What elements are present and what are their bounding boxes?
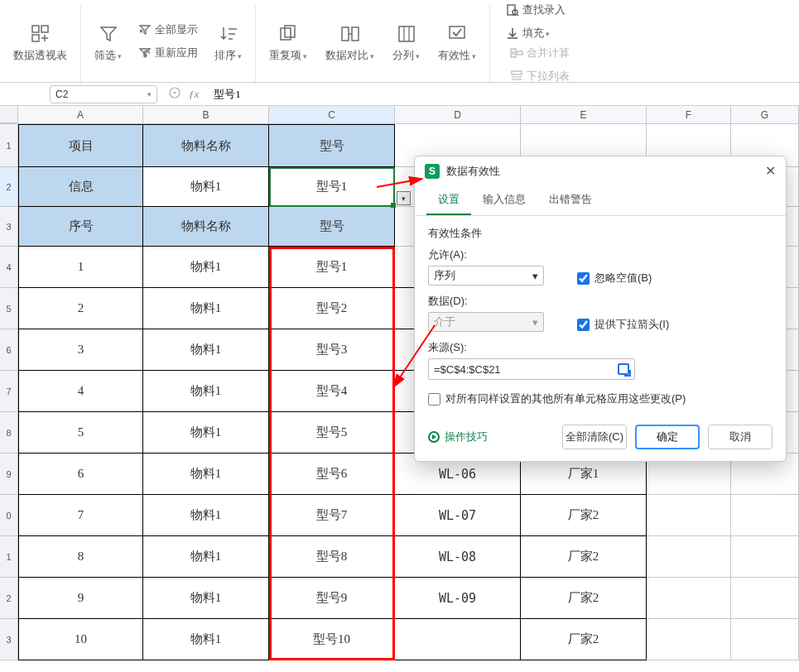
row-header-13[interactable]: 3 bbox=[0, 619, 18, 660]
btn-merge-calc[interactable]: 合并计算 bbox=[507, 43, 573, 63]
show-dropdown-input[interactable] bbox=[577, 319, 590, 331]
row-header-1[interactable]: 1 bbox=[0, 124, 18, 167]
cell-A11[interactable]: 8 bbox=[18, 536, 143, 578]
row-header-3[interactable]: 3 bbox=[0, 207, 18, 247]
select-all-corner[interactable] bbox=[0, 106, 18, 123]
source-input[interactable]: =$C$4:$C$21 bbox=[428, 358, 635, 380]
row-header-9[interactable]: 9 bbox=[0, 454, 18, 495]
cell-B3[interactable]: 物料名称 bbox=[143, 207, 269, 247]
btn-sort[interactable]: 排序 bbox=[209, 20, 247, 66]
cell-dropdown-button[interactable]: ▾ bbox=[397, 191, 411, 205]
cell-B12[interactable]: 物料1 bbox=[143, 578, 269, 619]
cell-B1[interactable]: 物料名称 bbox=[143, 124, 269, 167]
cell-C7[interactable]: 型号4 bbox=[269, 371, 395, 412]
btn-reapply[interactable]: 重新应用 bbox=[135, 43, 201, 63]
clear-all-button[interactable]: 全部清除(C) bbox=[562, 425, 627, 449]
cell-B4[interactable]: 物料1 bbox=[143, 247, 269, 288]
cell-F11[interactable] bbox=[647, 536, 731, 578]
row-header-6[interactable]: 6 bbox=[0, 329, 18, 371]
col-header-E[interactable]: E bbox=[521, 106, 647, 123]
btn-validity[interactable]: 有效性 bbox=[433, 20, 481, 66]
cell-B5[interactable]: 物料1 bbox=[143, 288, 269, 329]
btn-pivot[interactable]: 数据透视表 bbox=[8, 20, 72, 66]
cell-F12[interactable] bbox=[647, 578, 731, 619]
cancel-button[interactable]: 取消 bbox=[708, 425, 773, 449]
btn-dropdown-list[interactable]: 下拉列表 bbox=[507, 66, 573, 86]
cell-D13[interactable] bbox=[395, 619, 521, 660]
cell-C12[interactable]: 型号9 bbox=[269, 578, 395, 619]
cell-C13[interactable]: 型号10 bbox=[269, 619, 395, 660]
row-header-5[interactable]: 5 bbox=[0, 288, 18, 329]
tab-error-alert[interactable]: 出错警告 bbox=[537, 185, 604, 215]
cell-B10[interactable]: 物料1 bbox=[143, 495, 269, 536]
col-header-F[interactable]: F bbox=[647, 106, 731, 123]
cell-F13[interactable] bbox=[647, 619, 731, 660]
cell-B11[interactable]: 物料1 bbox=[143, 536, 269, 578]
cell-F10[interactable] bbox=[647, 495, 731, 536]
cell-C11[interactable]: 型号8 bbox=[269, 536, 395, 578]
btn-filter[interactable]: 筛选 bbox=[89, 20, 127, 66]
col-header-A[interactable]: A bbox=[18, 106, 143, 123]
allow-select[interactable]: 序列 ▾ bbox=[428, 266, 544, 286]
row-header-2[interactable]: 2 bbox=[0, 167, 18, 207]
cell-A7[interactable]: 4 bbox=[18, 371, 143, 412]
cell-A10[interactable]: 7 bbox=[18, 495, 143, 536]
cell-C5[interactable]: 型号2 bbox=[269, 288, 395, 329]
cell-E11[interactable]: 厂家2 bbox=[521, 536, 647, 578]
row-header-10[interactable]: 0 bbox=[0, 495, 18, 536]
ok-button[interactable]: 确定 bbox=[635, 425, 700, 449]
show-dropdown-checkbox[interactable]: 提供下拉箭头(I) bbox=[577, 317, 669, 332]
tab-input-message[interactable]: 输入信息 bbox=[471, 185, 537, 215]
cell-A6[interactable]: 3 bbox=[18, 329, 143, 371]
cell-B9[interactable]: 物料1 bbox=[143, 454, 269, 495]
cell-C1[interactable]: 型号 bbox=[269, 124, 395, 167]
cell-A5[interactable]: 2 bbox=[18, 288, 143, 329]
cell-C4[interactable]: 型号1 bbox=[269, 247, 395, 288]
col-header-D[interactable]: D bbox=[395, 106, 521, 123]
dialog-titlebar[interactable]: S 数据有效性 ✕ bbox=[415, 156, 786, 185]
cell-A2[interactable]: 信息 bbox=[18, 167, 143, 207]
cell-B7[interactable]: 物料1 bbox=[143, 371, 269, 412]
cell-D12[interactable]: WL-09 bbox=[395, 578, 521, 619]
tips-link[interactable]: 操作技巧 bbox=[428, 430, 488, 444]
cell-C9[interactable]: 型号6 bbox=[269, 454, 395, 495]
col-header-B[interactable]: B bbox=[143, 106, 269, 123]
cell-A8[interactable]: 5 bbox=[18, 412, 143, 454]
cell-G10[interactable] bbox=[731, 495, 799, 536]
cell-D10[interactable]: WL-07 bbox=[395, 495, 521, 536]
formula-input[interactable] bbox=[210, 85, 796, 103]
cell-A13[interactable]: 10 bbox=[18, 619, 143, 660]
row-header-8[interactable]: 8 bbox=[0, 412, 18, 454]
cell-C2[interactable]: 型号1 bbox=[269, 167, 395, 207]
ignore-blank-checkbox[interactable]: 忽略空值(B) bbox=[577, 271, 652, 286]
cancel-fx-icon[interactable] bbox=[169, 87, 180, 101]
ignore-blank-input[interactable] bbox=[577, 272, 590, 285]
cell-G13[interactable] bbox=[731, 619, 799, 660]
cell-E12[interactable]: 厂家2 bbox=[521, 578, 647, 619]
name-box[interactable]: C2 ▾ bbox=[50, 85, 157, 103]
col-header-C[interactable]: C bbox=[269, 106, 395, 123]
cell-C6[interactable]: 型号3 bbox=[269, 329, 395, 371]
btn-show-all[interactable]: 全部显示 bbox=[135, 20, 201, 40]
cell-A9[interactable]: 6 bbox=[18, 454, 143, 495]
btn-split[interactable]: 分列 bbox=[387, 20, 425, 66]
cell-G12[interactable] bbox=[731, 578, 799, 619]
row-header-12[interactable]: 2 bbox=[0, 578, 18, 619]
cell-A4[interactable]: 1 bbox=[18, 247, 143, 288]
cell-C8[interactable]: 型号5 bbox=[269, 412, 395, 454]
cell-A3[interactable]: 序号 bbox=[18, 207, 143, 247]
cell-C10[interactable]: 型号7 bbox=[269, 495, 395, 536]
btn-find-entry[interactable]: 查找录入 bbox=[503, 0, 569, 20]
apply-same-row[interactable]: 对所有同样设置的其他所有单元格应用这些更改(P) bbox=[428, 391, 773, 406]
col-header-G[interactable]: G bbox=[731, 106, 799, 123]
range-picker-icon[interactable] bbox=[618, 363, 629, 375]
close-icon[interactable]: ✕ bbox=[765, 163, 776, 179]
apply-same-checkbox[interactable] bbox=[428, 393, 440, 406]
cell-B13[interactable]: 物料1 bbox=[143, 619, 269, 660]
btn-fill[interactable]: 填充 bbox=[503, 23, 553, 43]
cell-E13[interactable]: 厂家2 bbox=[521, 619, 647, 660]
cell-B2[interactable]: 物料1 bbox=[143, 167, 269, 207]
cell-A12[interactable]: 9 bbox=[18, 578, 143, 619]
btn-compare[interactable]: 数据对比 bbox=[320, 20, 379, 66]
cell-E10[interactable]: 厂家2 bbox=[521, 495, 647, 536]
